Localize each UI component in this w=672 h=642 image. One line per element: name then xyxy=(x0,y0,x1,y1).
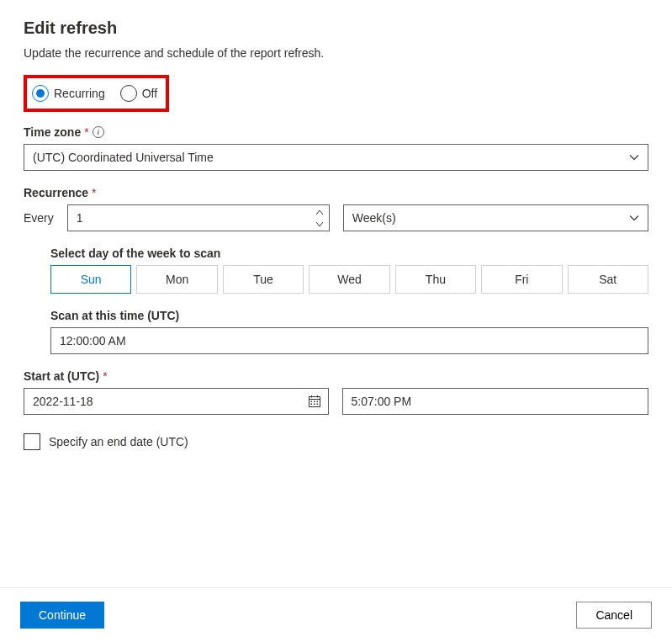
recurring-radio-label: Recurring xyxy=(54,87,105,100)
radio-icon xyxy=(32,85,49,102)
svg-rect-9 xyxy=(316,404,318,406)
day-fri[interactable]: Fri xyxy=(481,265,562,294)
day-buttons: Sun Mon Tue Wed Thu Fri Sat xyxy=(50,265,648,294)
footer: Continue Cancel xyxy=(0,587,672,642)
timezone-value: (UTC) Coordinated Universal Time xyxy=(33,151,214,164)
continue-button[interactable]: Continue xyxy=(20,602,104,629)
spinner-up-icon[interactable] xyxy=(311,206,328,218)
timezone-label: Time zone * i xyxy=(24,125,648,139)
radio-icon xyxy=(120,85,137,102)
day-wed[interactable]: Wed xyxy=(309,265,389,294)
cancel-button[interactable]: Cancel xyxy=(576,602,652,629)
day-tue[interactable]: Tue xyxy=(223,265,304,294)
end-date-label: Specify an end date (UTC) xyxy=(49,435,188,448)
every-value: 1 xyxy=(77,211,83,225)
svg-rect-5 xyxy=(314,401,315,403)
info-icon[interactable]: i xyxy=(93,126,104,138)
end-date-checkbox[interactable] xyxy=(24,433,40,450)
start-label: Start at (UTC) * xyxy=(24,369,648,383)
calendar-icon[interactable] xyxy=(308,395,321,408)
svg-rect-8 xyxy=(314,404,315,406)
recurring-radio[interactable]: Recurring xyxy=(32,85,105,102)
svg-rect-6 xyxy=(316,401,318,403)
day-sun[interactable]: Sun xyxy=(50,265,131,294)
start-date-input[interactable]: 2022-11-18 xyxy=(24,388,329,415)
start-date-value: 2022-11-18 xyxy=(33,395,93,408)
day-mon[interactable]: Mon xyxy=(136,265,217,294)
svg-rect-4 xyxy=(310,401,312,403)
scan-time-value: 12:00:00 AM xyxy=(60,334,126,348)
recurrence-label: Recurrence * xyxy=(24,186,648,199)
days-label: Select day of the week to scan xyxy=(50,247,648,260)
svg-rect-7 xyxy=(310,404,312,406)
every-label: Every xyxy=(24,211,54,225)
chevron-down-icon xyxy=(629,213,639,223)
spinner-down-icon[interactable] xyxy=(311,218,328,230)
page-title: Edit refresh xyxy=(24,19,648,38)
chevron-down-icon xyxy=(629,152,639,162)
every-value-input[interactable]: 1 xyxy=(67,204,330,231)
off-radio[interactable]: Off xyxy=(120,85,157,102)
start-time-input[interactable]: 5:07:00 PM xyxy=(342,388,649,415)
page-subtitle: Update the recurrence and schedule of th… xyxy=(24,46,648,60)
timezone-select[interactable]: (UTC) Coordinated Universal Time xyxy=(24,144,648,171)
scan-time-input[interactable]: 12:00:00 AM xyxy=(50,327,648,354)
recurrence-unit-value: Week(s) xyxy=(352,211,396,225)
start-time-value: 5:07:00 PM xyxy=(352,395,412,408)
scan-time-label: Scan at this time (UTC) xyxy=(50,309,648,322)
off-radio-label: Off xyxy=(142,87,157,100)
day-sat[interactable]: Sat xyxy=(568,265,648,294)
day-thu[interactable]: Thu xyxy=(395,265,476,294)
mode-radio-group: Recurring Off xyxy=(24,75,169,112)
recurrence-unit-select[interactable]: Week(s) xyxy=(343,204,648,231)
